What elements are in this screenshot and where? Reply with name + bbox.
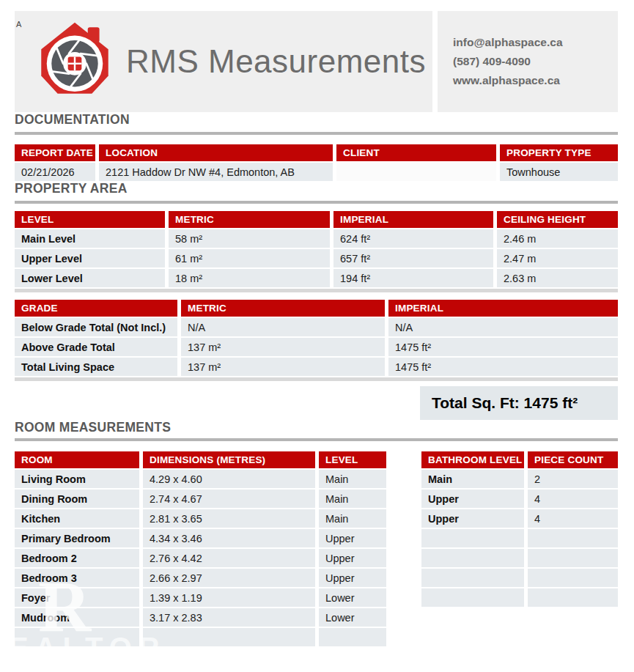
table-cell: Main Level — [15, 229, 165, 248]
column-header: CEILING HEIGHT — [497, 211, 618, 228]
table-shadow — [15, 289, 618, 292]
column-header: LEVEL — [319, 451, 386, 468]
column-header: CLIENT — [336, 144, 496, 161]
location-cell: 2121 Haddow Dr NW #4, Edmonton, AB — [99, 163, 333, 181]
table-cell: 2.47 m — [497, 249, 618, 267]
table-cell: 4 — [528, 490, 618, 508]
table-cell: Lower — [319, 588, 386, 607]
table-cell — [421, 569, 524, 587]
column-header: GRADE — [15, 300, 177, 317]
table-cell: Dining Room — [15, 490, 139, 508]
documentation-table: REPORT DATE LOCATION CLIENT PROPERTY TYP… — [15, 144, 618, 181]
report-header: RMS Measurements info@alphaspace.ca (587… — [15, 0, 618, 112]
bathrooms-table: BATHROOM LEVEL PIECE COUNT Main 2 Upper … — [421, 451, 618, 607]
brand-panel: RMS Measurements — [15, 11, 432, 112]
property-type-cell: Townhouse — [500, 163, 618, 181]
table-cell: 18 m² — [169, 269, 330, 287]
table-cell: N/A — [181, 318, 385, 336]
total-sqft-box: Total Sq. Ft: 1475 ft² — [420, 386, 618, 420]
table-cell: 61 m² — [169, 249, 330, 267]
table-cell: Primary Bedroom — [15, 529, 139, 547]
table-cell: Upper — [421, 509, 524, 528]
table-cell: 137 m² — [181, 338, 385, 356]
house-aperture-logo — [34, 21, 116, 103]
table-cell: 58 m² — [169, 229, 330, 248]
table-cell: 1.39 x 1.19 — [143, 588, 315, 607]
table-cell: Main — [319, 470, 386, 488]
column-header: DIMENSIONS (METRES) — [143, 451, 315, 468]
table-cell: Mudroom — [15, 608, 139, 627]
table-cell — [421, 588, 524, 607]
rooms-table: ROOM DIMENSIONS (METRES) LEVEL Living Ro… — [15, 451, 386, 646]
table-cell: Main — [421, 470, 524, 488]
table-cell: 3.17 x 2.83 — [143, 608, 315, 627]
table-cell — [528, 529, 618, 547]
table-cell: Kitchen — [15, 509, 139, 528]
column-header: BATHROOM LEVEL — [421, 451, 524, 468]
table-shadow — [15, 377, 618, 381]
table-cell: 2.66 x 2.97 — [143, 569, 315, 587]
table-cell — [421, 529, 524, 547]
table-cell: 137 m² — [181, 358, 385, 376]
table-cell — [319, 628, 386, 646]
table-cell: Total Living Space — [15, 358, 177, 376]
column-header: IMPERIAL — [388, 300, 618, 317]
table-cell: Living Room — [15, 470, 139, 488]
table-cell — [143, 628, 315, 646]
table-cell: Main — [319, 490, 386, 508]
room-tables-container: ROOM DIMENSIONS (METRES) LEVEL Living Ro… — [15, 451, 618, 646]
report-date-cell: 02/21/2026 — [15, 163, 95, 181]
column-header: ROOM — [15, 451, 139, 468]
table-cell: Lower Level — [15, 269, 165, 287]
column-header: IMPERIAL — [333, 211, 493, 228]
table-cell — [528, 569, 618, 587]
column-header: METRIC — [181, 300, 385, 317]
table-cell: 4 — [528, 509, 618, 528]
table-cell: Upper — [319, 569, 386, 587]
table-cell: Upper Level — [15, 249, 165, 267]
table-cell: Main — [319, 509, 386, 528]
client-cell — [336, 163, 496, 181]
table-cell: 2.46 m — [497, 229, 618, 248]
table-cell: 2 — [528, 470, 618, 488]
heading-rule — [15, 201, 618, 204]
table-cell: N/A — [388, 318, 618, 336]
levels-table: LEVEL METRIC IMPERIAL CEILING HEIGHT Mai… — [15, 211, 618, 287]
table-cell: Upper — [421, 490, 524, 508]
contact-phone: (587) 409-4090 — [453, 55, 618, 68]
table-cell: 1475 ft² — [388, 358, 618, 376]
table-cell: Lower — [319, 608, 386, 627]
table-cell — [528, 549, 618, 567]
table-cell: Upper — [319, 549, 386, 567]
rms-report-page: A — [0, 0, 634, 672]
heading-rule — [15, 438, 618, 441]
table-cell — [528, 588, 618, 607]
table-cell: 4.34 x 3.46 — [143, 529, 315, 547]
table-cell: Bedroom 3 — [15, 569, 139, 587]
table-cell: Above Grade Total — [15, 338, 177, 356]
column-header: LEVEL — [15, 211, 165, 228]
table-cell — [15, 628, 139, 646]
room-measurements-heading: ROOM MEASUREMENTS — [15, 420, 618, 435]
contact-panel: info@alphaspace.ca (587) 409-4090 www.al… — [438, 11, 618, 112]
table-cell: Bedroom 2 — [15, 549, 139, 567]
table-cell: 1475 ft² — [388, 338, 618, 356]
table-cell: 194 ft² — [333, 269, 493, 287]
company-title: RMS Measurements — [126, 43, 426, 80]
column-header: PIECE COUNT — [528, 451, 618, 468]
documentation-heading: DOCUMENTATION — [15, 112, 618, 127]
contact-email: info@alphaspace.ca — [453, 36, 618, 49]
corner-label: A — [16, 20, 21, 29]
table-cell: 2.76 x 4.42 — [143, 549, 315, 567]
heading-rule — [15, 132, 618, 135]
column-header: LOCATION — [99, 144, 333, 161]
contact-website: www.alphaspace.ca — [453, 74, 618, 87]
column-header: PROPERTY TYPE — [500, 144, 618, 161]
table-cell: 657 ft² — [333, 249, 493, 267]
table-cell: 624 ft² — [333, 229, 493, 248]
table-cell: Foyer — [15, 588, 139, 607]
table-cell: Below Grade Total (Not Incl.) — [15, 318, 177, 336]
table-cell: 2.81 x 3.65 — [143, 509, 315, 528]
table-cell: 4.29 x 4.60 — [143, 470, 315, 488]
table-cell — [421, 549, 524, 567]
